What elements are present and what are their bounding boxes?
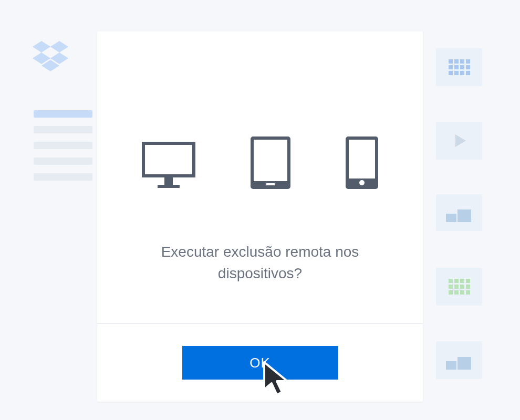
- sidebar-skeleton-line: [34, 158, 92, 165]
- remote-wipe-modal: Executar exclusão remota nos dispositivo…: [97, 32, 423, 402]
- svg-point-17: [359, 180, 365, 185]
- svg-marker-1: [50, 41, 68, 52]
- svg-rect-14: [266, 183, 275, 185]
- sidebar-skeleton-line: [34, 142, 92, 149]
- ok-button[interactable]: OK: [182, 346, 338, 380]
- svg-marker-18: [264, 362, 287, 395]
- svg-rect-7: [446, 361, 456, 370]
- bg-tile-grid-green: [436, 268, 482, 306]
- svg-rect-11: [158, 185, 180, 188]
- bg-tile-folder: [436, 194, 482, 231]
- bg-tile-play: [436, 122, 482, 160]
- devices-row: [118, 136, 402, 189]
- dropbox-logo-icon: [33, 41, 68, 72]
- modal-body: Executar exclusão remota nos dispositivo…: [97, 32, 423, 323]
- tablet-icon: [251, 136, 290, 189]
- svg-rect-9: [143, 143, 194, 176]
- cursor-icon: [261, 359, 292, 400]
- monitor-icon: [142, 142, 195, 189]
- sidebar-skeleton-line: [34, 173, 92, 181]
- sidebar-skeleton-line: [34, 126, 92, 133]
- svg-rect-6: [457, 209, 471, 222]
- sidebar-skeleton-line: [34, 110, 92, 118]
- sidebar-skeleton: [34, 110, 92, 181]
- svg-marker-0: [33, 41, 50, 52]
- svg-rect-8: [457, 357, 471, 370]
- bg-tile-folder: [436, 341, 482, 379]
- bg-tile-grid-blue: [436, 48, 482, 86]
- svg-rect-5: [446, 214, 456, 222]
- phone-icon: [346, 136, 378, 189]
- svg-rect-10: [164, 177, 173, 185]
- modal-question: Executar exclusão remota nos dispositivo…: [118, 242, 402, 284]
- modal-footer: OK: [97, 324, 423, 402]
- svg-rect-12: [252, 138, 289, 187]
- play-icon: [455, 134, 466, 147]
